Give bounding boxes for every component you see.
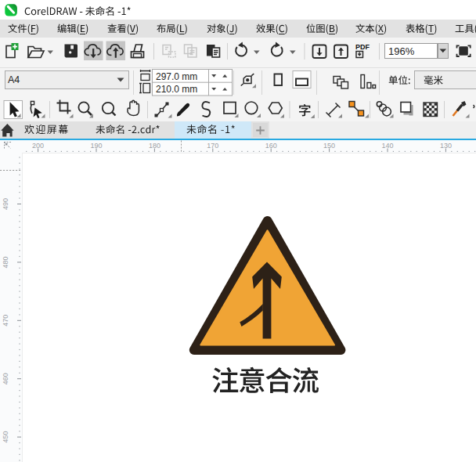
svg-text:460: 460 [2, 373, 9, 384]
svg-text:450: 450 [2, 431, 9, 443]
